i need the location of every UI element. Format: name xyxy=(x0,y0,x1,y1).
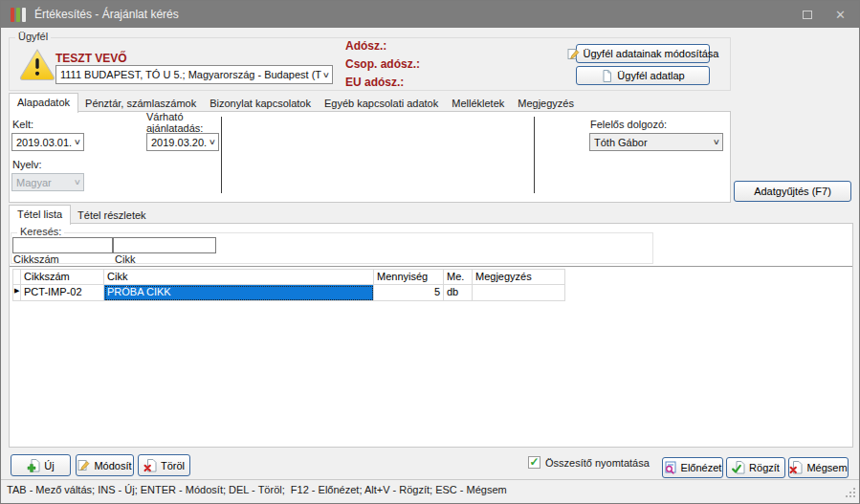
tab-mellekletek[interactable]: Mellékletek xyxy=(445,95,511,112)
new-item-button-label: Új xyxy=(44,460,54,471)
felelos-select[interactable]: Tóth Gábor ∨ xyxy=(589,133,723,151)
cell-cikk-selected[interactable]: PRÓBA CIKK xyxy=(104,285,374,301)
row-marker-icon: ▶ xyxy=(12,285,21,301)
save-button-label: Rögzít xyxy=(749,462,780,473)
search-cikkszam-label: Cikkszám xyxy=(13,253,59,265)
customer-address-select[interactable]: 1111 BUDAPEST, TÓ U 5.; Magyarország - B… xyxy=(55,65,333,84)
column-header-cikk[interactable]: Cikk xyxy=(104,269,374,285)
cell-megjegyzes[interactable] xyxy=(473,285,565,301)
app-icon xyxy=(11,8,26,22)
adatgyujtes-button-label: Adatgyűjtés (F7) xyxy=(754,186,831,197)
preview-button-label: Előnézet xyxy=(681,462,722,473)
status-text: TAB - Mező váltás; INS - Új; ENTER - Mód… xyxy=(7,484,507,495)
chevron-down-icon: ∨ xyxy=(322,71,330,79)
window-title: Értékesítés - Árajánlat kérés xyxy=(34,8,179,21)
document-icon xyxy=(601,70,613,82)
varhato-date-select[interactable]: 2019.03.20. ∨ xyxy=(146,133,219,151)
nyelv-label: Nyelv: xyxy=(12,159,42,170)
tab-tetel-lista[interactable]: Tétel lista xyxy=(9,205,71,225)
nyelv-value: Magyar xyxy=(16,177,52,188)
varhato-label-line1: Várható xyxy=(146,111,184,122)
tab-megjegyzes[interactable]: Megjegyzés xyxy=(511,95,581,112)
cancel-button[interactable]: Mégsem xyxy=(788,457,849,478)
customer-name: TESZT VEVŐ xyxy=(55,52,127,65)
cell-me[interactable]: db xyxy=(444,285,473,301)
chevron-down-icon: ∨ xyxy=(74,138,81,146)
modify-item-button-label: Módosít xyxy=(94,460,131,471)
warning-icon xyxy=(19,47,55,81)
modify-item-button[interactable]: Módosít xyxy=(76,454,134,476)
adatgyujtes-button[interactable]: Adatgyűjtés (F7) xyxy=(734,181,851,202)
search-group-label: Keresés: xyxy=(17,226,64,237)
panel-separator xyxy=(221,117,222,193)
osszesito-checkbox[interactable]: ✓ xyxy=(528,456,540,469)
customer-datasheet-button-label: Ügyfél adatlap xyxy=(617,70,684,81)
column-header-me[interactable]: Me. xyxy=(444,269,473,285)
grid-divider xyxy=(10,266,852,267)
kelt-date-value: 2019.03.01. xyxy=(16,137,72,148)
column-header-mennyiseg[interactable]: Mennyiség xyxy=(374,269,444,285)
tab-tetel-reszletek[interactable]: Tétel részletek xyxy=(71,207,153,224)
item-tabstrip: Tétel lista Tétel részletek xyxy=(9,205,153,224)
main-tabstrip: Alapadatok Pénztár, számlaszámok Bizonyl… xyxy=(9,93,581,112)
kelt-date-select[interactable]: 2019.03.01. ∨ xyxy=(11,133,84,151)
tab-bizonylat-kapcsolatok[interactable]: Bizonylat kapcsolatok xyxy=(203,95,318,112)
print-preview-icon xyxy=(664,461,677,474)
preview-button[interactable]: Előnézet xyxy=(662,457,723,478)
delete-item-button[interactable]: Töröl xyxy=(138,454,190,476)
close-icon[interactable]: ✕ xyxy=(835,9,846,21)
edit-customer-button-label: Ügyfél adatainak módosítása xyxy=(584,48,719,59)
edit-pencil-icon xyxy=(567,48,580,60)
new-item-button[interactable]: Új xyxy=(11,454,71,476)
delete-x-icon xyxy=(143,459,157,472)
panel-separator xyxy=(534,117,535,193)
tab-egyeb-kapcsolati-adatok[interactable]: Egyéb kapcsolati adatok xyxy=(318,95,445,112)
cancel-x-icon xyxy=(789,461,803,474)
search-cikkszam-input[interactable] xyxy=(12,237,113,253)
customer-datasheet-button[interactable]: Ügyfél adatlap xyxy=(576,66,710,85)
grid-header-row: Cikkszám Cikk Mennyiség Me. Megjegyzés xyxy=(12,269,565,285)
felelos-label: Felelős dolgozó: xyxy=(590,119,667,130)
eu-tax-number-label: EU adósz.: xyxy=(345,76,404,89)
search-cikk-label: Cikk xyxy=(115,253,135,265)
add-plus-icon xyxy=(27,459,40,472)
check-icon: ✓ xyxy=(529,456,539,468)
chevron-down-icon: ∨ xyxy=(74,178,81,186)
nyelv-select: Magyar ∨ xyxy=(11,173,84,191)
cancel-button-label: Mégsem xyxy=(806,462,847,473)
app-window: Értékesítés - Árajánlat kérés ✕ Ügyfél T… xyxy=(0,0,860,504)
confirm-check-icon xyxy=(732,461,745,474)
title-bar[interactable]: Értékesítés - Árajánlat kérés ✕ xyxy=(1,1,859,28)
cell-cikkszam[interactable]: PCT-IMP-02 xyxy=(21,285,104,301)
osszesito-checkbox-label[interactable]: Összesítő nyomtatása xyxy=(545,457,650,469)
cell-mennyiseg[interactable]: 5 xyxy=(374,285,444,301)
save-button[interactable]: Rögzít xyxy=(726,457,785,478)
resize-grip[interactable] xyxy=(845,487,855,497)
tax-number-label: Adósz.: xyxy=(345,39,386,53)
tab-penztar-szamlaszamok[interactable]: Pénztár, számlaszámok xyxy=(78,95,203,112)
varhato-date-value: 2019.03.20. xyxy=(151,137,207,148)
tab-alapadatok[interactable]: Alapadatok xyxy=(9,93,78,113)
group-tax-number-label: Csop. adósz.: xyxy=(345,57,420,71)
column-header-megjegyzes[interactable]: Megjegyzés xyxy=(473,269,565,285)
table-row: ▶ PCT-IMP-02 PRÓBA CIKK 5 db xyxy=(12,285,565,301)
grid-corner-cell xyxy=(12,269,21,285)
customer-address-value: 1111 BUDAPEST, TÓ U 5.; Magyarország - B… xyxy=(60,69,321,80)
edit-pencil-icon xyxy=(77,459,90,471)
kelt-label: Kelt: xyxy=(12,119,33,130)
delete-item-button-label: Töröl xyxy=(161,460,185,471)
customer-group-label: Ügyfél xyxy=(15,31,51,42)
search-cikk-input[interactable] xyxy=(113,237,216,253)
chevron-down-icon: ∨ xyxy=(713,138,720,146)
maximize-icon[interactable] xyxy=(803,11,812,19)
column-header-cikkszam[interactable]: Cikkszám xyxy=(21,269,104,285)
chevron-down-icon: ∨ xyxy=(209,138,216,146)
felelos-value: Tóth Gábor xyxy=(594,137,648,148)
edit-customer-button[interactable]: Ügyfél adatainak módosítása xyxy=(576,44,710,63)
status-bar: TAB - Mező váltás; INS - Új; ENTER - Mód… xyxy=(1,479,859,504)
